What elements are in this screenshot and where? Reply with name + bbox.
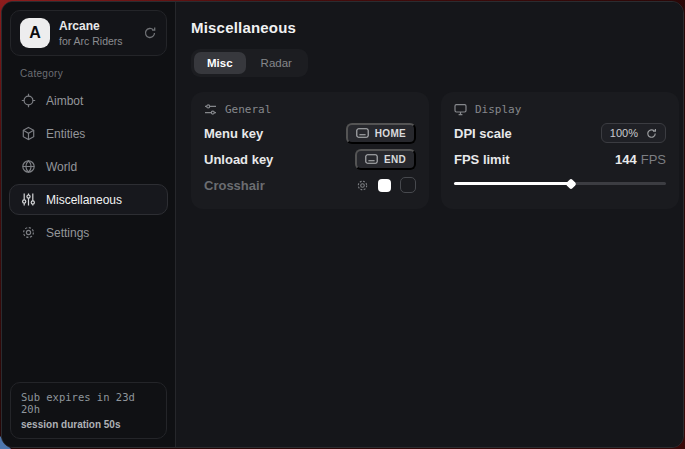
fps-limit-row: FPS limit 144FPS bbox=[454, 146, 666, 172]
crosshair-row: Crosshair bbox=[204, 172, 416, 198]
unload-key-label: Unload key bbox=[204, 152, 273, 167]
settings-cards: General Menu key HOME bbox=[191, 92, 679, 209]
brand-card: A Arcane for Arc Riders bbox=[10, 10, 167, 56]
brand-text: Arcane for Arc Riders bbox=[59, 19, 123, 47]
monitor-icon bbox=[454, 103, 467, 116]
sidebar-item-label: Miscellaneous bbox=[46, 193, 122, 207]
dpi-scale-label: DPI scale bbox=[454, 126, 512, 141]
gear-icon bbox=[21, 225, 36, 240]
sidebar-item-aimbot[interactable]: Aimbot bbox=[9, 85, 168, 116]
general-card-title: General bbox=[225, 103, 271, 116]
dpi-scale-row: DPI scale 100% bbox=[454, 120, 666, 146]
display-card: Display DPI scale 100% bbox=[441, 92, 679, 209]
unload-key-row: Unload key END bbox=[204, 146, 416, 172]
tab-bar: Misc Radar bbox=[191, 49, 308, 77]
dpi-scale-value: 100% bbox=[610, 127, 638, 139]
menu-key-value: HOME bbox=[375, 128, 406, 139]
crosshair-color-swatch[interactable] bbox=[378, 179, 391, 192]
crosshair-settings-gear-icon[interactable] bbox=[356, 179, 369, 192]
category-label: Category bbox=[20, 68, 175, 79]
tab-misc[interactable]: Misc bbox=[194, 52, 246, 74]
sidebar-nav: Aimbot Entities World bbox=[2, 85, 175, 248]
slider-fill bbox=[454, 182, 571, 185]
box-icon bbox=[21, 126, 36, 141]
main-content: Miscellaneous Misc Radar General bbox=[176, 2, 684, 447]
general-card-header: General bbox=[204, 103, 416, 116]
dpi-scale-button[interactable]: 100% bbox=[601, 123, 666, 143]
app-logo: A bbox=[20, 18, 50, 48]
sidebar-item-miscellaneous[interactable]: Miscellaneous bbox=[9, 184, 168, 215]
fps-limit-label: FPS limit bbox=[454, 152, 510, 167]
sidebar-item-settings[interactable]: Settings bbox=[9, 217, 168, 248]
slider-thumb[interactable] bbox=[565, 178, 576, 189]
subscription-info: Sub expires in 23d 20h session duration … bbox=[10, 382, 167, 439]
keyboard-icon bbox=[356, 128, 369, 138]
crosshair-checkbox[interactable] bbox=[400, 177, 416, 193]
crosshair-label: Crosshair bbox=[204, 178, 265, 193]
fps-unit: FPS bbox=[641, 152, 666, 167]
globe-icon bbox=[21, 159, 36, 174]
display-card-title: Display bbox=[475, 103, 521, 116]
sidebar-item-label: Entities bbox=[46, 127, 85, 141]
app-window: A Arcane for Arc Riders Category bbox=[1, 1, 684, 448]
sidebar-item-entities[interactable]: Entities bbox=[9, 118, 168, 149]
sidebar-item-label: Aimbot bbox=[46, 94, 83, 108]
sidebar-item-world[interactable]: World bbox=[9, 151, 168, 182]
crosshair-icon bbox=[21, 93, 36, 108]
menu-key-label: Menu key bbox=[204, 126, 263, 141]
sidebar-item-label: Settings bbox=[46, 226, 89, 240]
fps-limit-slider[interactable] bbox=[454, 177, 666, 189]
sliders-vertical-icon bbox=[21, 192, 36, 207]
unload-key-button[interactable]: END bbox=[355, 149, 416, 170]
sidebar: A Arcane for Arc Riders Category bbox=[2, 2, 176, 447]
menu-key-button[interactable]: HOME bbox=[346, 123, 416, 144]
menu-key-row: Menu key HOME bbox=[204, 120, 416, 146]
sliders-icon bbox=[204, 103, 217, 116]
app-title: Arcane bbox=[59, 19, 123, 33]
keyboard-icon bbox=[365, 154, 378, 164]
sidebar-item-label: World bbox=[46, 160, 77, 174]
page-title: Miscellaneous bbox=[191, 19, 679, 36]
general-card: General Menu key HOME bbox=[191, 92, 429, 209]
unload-key-value: END bbox=[384, 154, 406, 165]
fps-limit-value: 144FPS bbox=[615, 152, 666, 167]
session-duration-text: session duration 50s bbox=[21, 419, 156, 430]
fps-number: 144 bbox=[615, 152, 637, 167]
sub-expiry-text: Sub expires in 23d 20h bbox=[21, 391, 156, 415]
tab-radar[interactable]: Radar bbox=[248, 52, 305, 74]
crosshair-controls bbox=[356, 177, 416, 193]
app-subtitle: for Arc Riders bbox=[59, 35, 123, 47]
cycle-icon bbox=[646, 128, 657, 139]
display-card-header: Display bbox=[454, 103, 666, 116]
sync-icon[interactable] bbox=[143, 26, 157, 40]
